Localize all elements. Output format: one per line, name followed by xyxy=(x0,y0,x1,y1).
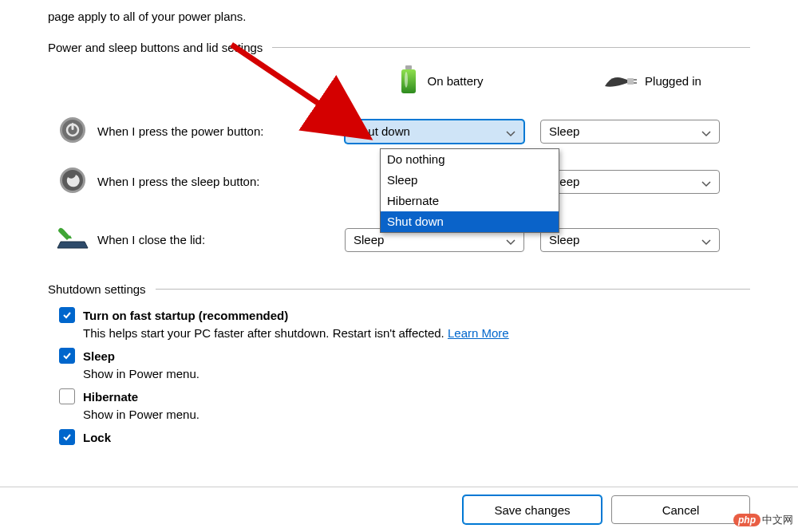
power-battery-combo[interactable]: Shut down xyxy=(345,120,524,144)
footer-buttons: Save changes Cancel xyxy=(0,487,798,532)
lid-plugged-combo[interactable]: Sleep xyxy=(540,228,720,252)
svg-point-2 xyxy=(405,72,408,88)
hibernate-desc: Show in Power menu. xyxy=(83,408,750,421)
watermark: php 中文网 xyxy=(733,513,793,527)
cancel-button[interactable]: Cancel xyxy=(611,495,750,524)
svg-rect-1 xyxy=(401,69,416,93)
lock-checkbox[interactable] xyxy=(59,429,75,445)
combo-value: Shut down xyxy=(354,124,410,138)
svg-rect-3 xyxy=(627,78,634,85)
power-button-icon xyxy=(58,116,87,147)
column-headers: On battery Plugged in xyxy=(48,65,750,97)
sleep-button-icon xyxy=(58,166,87,197)
fast-startup-desc: This helps start your PC faster after sh… xyxy=(83,326,750,340)
chevron-down-icon xyxy=(701,235,711,245)
combo-value: Sleep xyxy=(549,124,579,138)
laptop-lid-icon xyxy=(56,227,89,252)
row-power-label: When I press the power button: xyxy=(97,124,345,138)
combo-value: Sleep xyxy=(354,233,384,246)
dropdown-option[interactable]: Do nothing xyxy=(381,149,559,170)
col-on-battery-label: On battery xyxy=(427,74,483,88)
svg-rect-0 xyxy=(405,65,412,69)
fast-startup-item: Turn on fast startup (recommended) This … xyxy=(59,307,750,340)
sleep-desc: Show in Power menu. xyxy=(83,367,750,380)
chevron-down-icon xyxy=(506,127,516,136)
save-changes-button[interactable]: Save changes xyxy=(463,495,602,524)
svg-rect-5 xyxy=(634,82,637,84)
intro-text: page apply to all of your power plans. xyxy=(48,10,750,23)
section-divider xyxy=(272,47,750,48)
power-plugged-combo[interactable]: Sleep xyxy=(540,120,720,144)
section-title-label: Power and sleep buttons and lid settings xyxy=(48,41,263,54)
sleep-label: Sleep xyxy=(83,349,115,363)
sleep-item: Sleep Show in Power menu. xyxy=(59,348,750,380)
section-power-sleep-lid: Power and sleep buttons and lid settings xyxy=(48,41,750,54)
svg-rect-4 xyxy=(634,79,637,81)
learn-more-link[interactable]: Learn More xyxy=(448,326,509,340)
sleep-plugged-combo[interactable]: Sleep xyxy=(540,170,720,194)
dropdown-option[interactable]: Hibernate xyxy=(381,191,559,211)
plug-icon xyxy=(603,70,637,92)
lock-item: Lock xyxy=(59,429,750,445)
chevron-down-icon xyxy=(506,235,516,245)
chevron-down-icon xyxy=(701,177,711,187)
battery-icon xyxy=(398,65,419,97)
lock-label: Lock xyxy=(83,431,111,444)
col-plugged-in-label: Plugged in xyxy=(645,74,701,88)
section-shutdown-settings: Shutdown settings xyxy=(48,282,750,296)
power-battery-dropdown[interactable]: Do nothing Sleep Hibernate Shut down xyxy=(380,148,559,233)
row-lid-label: When I close the lid: xyxy=(97,233,345,246)
dropdown-option-selected[interactable]: Shut down xyxy=(381,211,559,232)
col-on-battery: On battery xyxy=(351,65,531,97)
row-sleep-label: When I press the sleep button: xyxy=(97,175,345,188)
hibernate-item: Hibernate Show in Power menu. xyxy=(59,388,750,421)
fast-startup-label: Turn on fast startup (recommended) xyxy=(83,309,288,322)
sleep-checkbox[interactable] xyxy=(59,348,75,364)
row-power-button: When I press the power button: Shut down… xyxy=(48,116,750,147)
watermark-badge: php xyxy=(733,514,760,526)
col-plugged-in: Plugged in xyxy=(563,70,742,92)
chevron-down-icon xyxy=(701,127,711,136)
hibernate-label: Hibernate xyxy=(83,390,138,404)
combo-value: Sleep xyxy=(549,233,579,246)
fast-startup-checkbox[interactable] xyxy=(59,307,75,323)
dropdown-option[interactable]: Sleep xyxy=(381,170,559,191)
svg-rect-9 xyxy=(72,123,74,130)
watermark-text: 中文网 xyxy=(762,513,793,527)
section-divider xyxy=(156,289,750,290)
hibernate-checkbox[interactable] xyxy=(59,388,75,404)
section-title-label: Shutdown settings xyxy=(48,282,146,296)
